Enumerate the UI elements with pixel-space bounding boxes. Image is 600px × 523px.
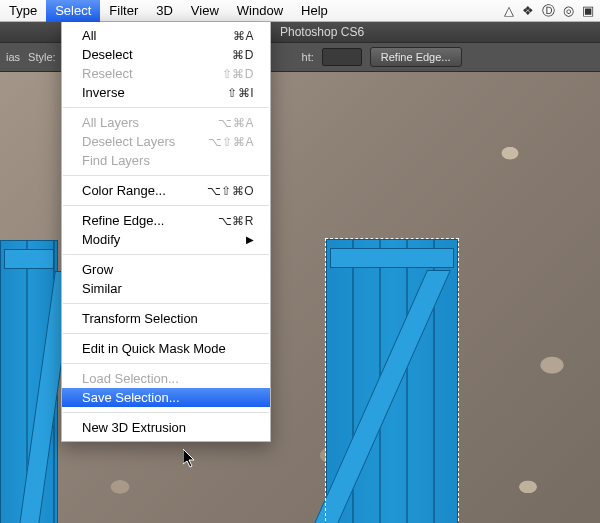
blue-shutter-right	[326, 239, 458, 523]
menu-item-modify[interactable]: Modify▶	[62, 230, 270, 249]
menu-item-label: Color Range...	[82, 183, 207, 198]
menu-item-label: Inverse	[82, 85, 227, 100]
menu-item-load-selection: Load Selection...	[62, 369, 270, 388]
menu-item-label: Grow	[82, 262, 254, 277]
mac-menubar: Type Select Filter 3D View Window Help △…	[0, 0, 600, 22]
app-icon[interactable]: ▣	[582, 3, 594, 18]
menu-separator	[63, 175, 269, 176]
menu-item-label: New 3D Extrusion	[82, 420, 254, 435]
menu-separator	[63, 254, 269, 255]
menu-item-label: Refine Edge...	[82, 213, 218, 228]
menu-item-shortcut: ⌘A	[233, 29, 254, 43]
menu-item-color-range[interactable]: Color Range...⌥⇧⌘O	[62, 181, 270, 200]
menu-filter[interactable]: Filter	[100, 0, 147, 22]
menu-item-transform-selection[interactable]: Transform Selection	[62, 309, 270, 328]
menu-item-label: Similar	[82, 281, 254, 296]
menu-view[interactable]: View	[182, 0, 228, 22]
menu-item-label: Reselect	[82, 66, 222, 81]
menu-separator	[63, 363, 269, 364]
menu-item-shortcut: ⌘D	[232, 48, 254, 62]
blue-shutter-left	[0, 240, 58, 523]
menu-item-shortcut: ⌥⌘R	[218, 214, 254, 228]
menu-item-inverse[interactable]: Inverse⇧⌘I	[62, 83, 270, 102]
menu-item-label: Deselect	[82, 47, 232, 62]
menu-item-shortcut: ⇧⌘D	[222, 67, 254, 81]
options-left-label: ias	[6, 51, 20, 63]
menu-item-label: Deselect Layers	[82, 134, 208, 149]
menu-item-similar[interactable]: Similar	[62, 279, 270, 298]
menu-item-deselect-layers: Deselect Layers⌥⇧⌘A	[62, 132, 270, 151]
menu-item-shortcut: ⌥⇧⌘A	[208, 135, 254, 149]
menu-item-label: Edit in Quick Mask Mode	[82, 341, 254, 356]
menu-item-shortcut: ⌥⌘A	[218, 116, 254, 130]
menu-separator	[63, 107, 269, 108]
menubar-tray: △ ❖ Ⓓ ◎ ▣	[504, 2, 600, 20]
cc-icon[interactable]: ◎	[563, 3, 574, 18]
height-field[interactable]	[322, 48, 362, 66]
menu-item-reselect: Reselect⇧⌘D	[62, 64, 270, 83]
menu-item-label: Find Layers	[82, 153, 254, 168]
menu-item-shortcut: ⌥⇧⌘O	[207, 184, 254, 198]
menu-item-label: All	[82, 28, 233, 43]
menu-type[interactable]: Type	[0, 0, 46, 22]
menu-item-find-layers: Find Layers	[62, 151, 270, 170]
refine-edge-button[interactable]: Refine Edge...	[370, 47, 462, 67]
menu-item-all-layers: All Layers⌥⌘A	[62, 113, 270, 132]
menu-item-refine-edge[interactable]: Refine Edge...⌥⌘R	[62, 211, 270, 230]
style-label: Style:	[28, 51, 56, 63]
menu-window[interactable]: Window	[228, 0, 292, 22]
menu-item-label: All Layers	[82, 115, 218, 130]
menu-item-label: Transform Selection	[82, 311, 254, 326]
menu-separator	[63, 303, 269, 304]
menu-select[interactable]: Select	[46, 0, 100, 22]
menu-separator	[63, 412, 269, 413]
gdrive-icon[interactable]: △	[504, 3, 514, 18]
menu-item-grow[interactable]: Grow	[62, 260, 270, 279]
behance-icon[interactable]: Ⓓ	[542, 2, 555, 20]
menu-item-new-3d-extrusion[interactable]: New 3D Extrusion	[62, 418, 270, 437]
dropbox-icon[interactable]: ❖	[522, 3, 534, 18]
options-mid-label: ht:	[302, 51, 314, 63]
menu-help[interactable]: Help	[292, 0, 337, 22]
menu-item-label: Load Selection...	[82, 371, 254, 386]
menu-item-shortcut: ⇧⌘I	[227, 86, 254, 100]
menu-item-edit-in-quick-mask-mode[interactable]: Edit in Quick Mask Mode	[62, 339, 270, 358]
app-title-text: Photoshop CS6	[280, 25, 364, 39]
select-menu-dropdown: All⌘ADeselect⌘DReselect⇧⌘DInverse⇧⌘IAll …	[61, 22, 271, 442]
menu-separator	[63, 333, 269, 334]
menu-item-label: Save Selection...	[82, 390, 254, 405]
menu-3d[interactable]: 3D	[147, 0, 182, 22]
menu-separator	[63, 205, 269, 206]
submenu-arrow-icon: ▶	[246, 234, 254, 245]
menu-item-deselect[interactable]: Deselect⌘D	[62, 45, 270, 64]
menu-item-save-selection[interactable]: Save Selection...	[62, 388, 270, 407]
menu-item-label: Modify	[82, 232, 246, 247]
menu-item-all[interactable]: All⌘A	[62, 26, 270, 45]
